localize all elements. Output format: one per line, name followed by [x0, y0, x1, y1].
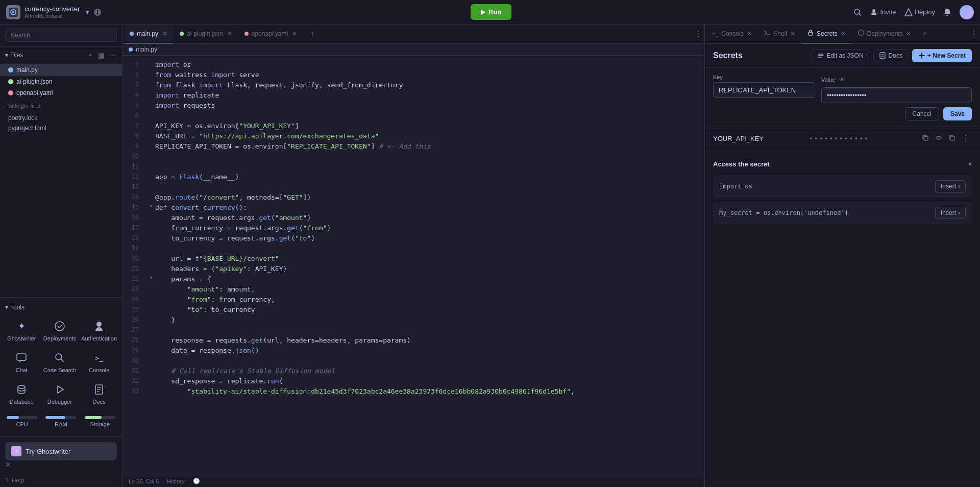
insert-import-btn[interactable]: Insert › — [935, 180, 966, 192]
tab-main-py[interactable]: main.py ✕ — [125, 25, 174, 44]
topbar: currency-converter AlfredoLhuissie ▾ Run… — [0, 0, 980, 25]
notifications-btn[interactable] — [943, 8, 951, 16]
avatar[interactable] — [960, 5, 974, 19]
tab-add-btn[interactable]: ＋ — [305, 28, 320, 40]
packager-file-poetry[interactable]: poetry.lock — [0, 113, 122, 123]
files-expand-btn[interactable]: ▾ Files — [5, 52, 23, 59]
right-tab-add-btn[interactable]: ＋ — [918, 28, 932, 40]
run-button[interactable]: Run — [471, 4, 511, 20]
tab-label: Console — [721, 30, 744, 37]
docs-icon — [92, 382, 106, 397]
files-header: ▾ Files ＋ ▤ ⋯ — [0, 46, 122, 64]
right-tab-more-btn[interactable]: ⋮ — [970, 29, 978, 39]
cancel-btn[interactable]: Cancel — [905, 107, 939, 120]
search-btn[interactable] — [853, 8, 862, 16]
app-icon — [6, 5, 20, 19]
sys-cpu[interactable]: CPU — [3, 413, 41, 430]
access-code-environ: my_secret = os.environ['undefined'] — [719, 209, 931, 216]
tool-docs[interactable]: Docs — [79, 378, 119, 409]
tab-openapi[interactable]: openapi.yaml ✕ — [239, 25, 303, 44]
new-folder-btn[interactable]: ▤ — [97, 50, 106, 61]
new-secret-btn[interactable]: + New Secret — [912, 49, 972, 62]
right-tab-console[interactable]: >_ Console ✕ — [707, 25, 757, 44]
packager-file-pyproject[interactable]: pyproject.toml — [0, 123, 122, 133]
file-name: main.py — [16, 66, 107, 74]
code-line-16: 16 amount = request.args.get("amount") — [122, 213, 704, 223]
console-tab-close[interactable]: ✕ — [746, 30, 752, 38]
new-secret-label: + New Secret — [927, 52, 966, 59]
tab-ai-plugin[interactable]: ai-plugin.json ✕ — [175, 25, 238, 44]
show-value-btn[interactable] — [933, 132, 944, 145]
tool-deployments[interactable]: Deployments — [41, 315, 79, 346]
sys-ram[interactable]: RAM — [42, 413, 80, 430]
ghostwriter-close-btn[interactable]: ✕ — [5, 460, 11, 469]
code-line-10: 10 — [122, 152, 704, 162]
line-content: "to": to_currency — [155, 305, 704, 314]
tools-section: ▾ Tools ✦ Ghostwriter Deployments — [0, 297, 122, 436]
code-line-6: 6 — [122, 111, 704, 121]
tab-close-btn[interactable]: ✕ — [161, 30, 168, 38]
help-icon: ? — [5, 477, 9, 484]
sys-storage[interactable]: Storage — [81, 413, 119, 430]
line-content — [155, 182, 704, 184]
line-content: from flask import Flask, request, jsonif… — [155, 80, 704, 90]
secrets-panel: Secrets Edit as JSON Docs + New Secret — [705, 44, 980, 487]
access-header[interactable]: Access the secret ▾ — [713, 157, 972, 171]
code-line-11: 11 — [122, 162, 704, 172]
tool-chat[interactable]: Chat — [3, 347, 40, 377]
tab-close-btn[interactable]: ✕ — [291, 30, 298, 38]
shell-tab-close[interactable]: ✕ — [790, 30, 796, 38]
invite-button[interactable]: Invite — [870, 8, 896, 16]
copy-key-btn[interactable] — [920, 132, 931, 145]
value-visibility-btn[interactable]: 👁 — [837, 74, 847, 85]
code-line-12: 12 app = Flask(__name__) — [122, 172, 704, 182]
access-item-import: import os Insert › — [713, 175, 972, 198]
files-more-btn[interactable]: ⋯ — [108, 50, 117, 61]
tool-debugger[interactable]: Debugger — [41, 378, 79, 409]
secret-value-input[interactable] — [821, 87, 972, 103]
ram-label: RAM — [55, 421, 67, 427]
file-item-ai-plugin[interactable]: ai-plugin.json — [0, 76, 122, 87]
tool-console[interactable]: >_ Console — [79, 347, 119, 377]
tool-database[interactable]: Database — [3, 378, 40, 409]
tool-label: Console — [89, 367, 109, 373]
save-btn[interactable]: Save — [943, 107, 972, 120]
deploy-button[interactable]: Deploy — [904, 8, 935, 16]
help-row[interactable]: ? Help — [0, 474, 122, 487]
secret-key-input[interactable] — [713, 82, 815, 98]
right-tab-shell[interactable]: Shell ✕ — [758, 25, 801, 44]
code-line-8: 8 BASE_URL = "https://api.apilayer.com/e… — [122, 131, 704, 141]
tab-close-btn[interactable]: ✕ — [226, 30, 233, 38]
copy-value-btn[interactable] — [946, 132, 958, 145]
secrets-tab-close[interactable]: ✕ — [840, 30, 846, 38]
deployments-tab-close[interactable]: ✕ — [905, 30, 912, 38]
chevron-down-icon: ▾ — [5, 304, 8, 311]
tools-header[interactable]: ▾ Tools — [0, 302, 122, 313]
tool-ghostwriter[interactable]: ✦ Ghostwriter — [3, 315, 40, 346]
topbar-left: currency-converter AlfredoLhuissie ▾ — [6, 5, 129, 19]
tool-code-search[interactable]: Code Search — [41, 347, 79, 377]
line-number: 28 — [122, 335, 147, 344]
line-content: url = f"{BASE_URL}/convert" — [155, 254, 704, 263]
code-editor[interactable]: 1 import os 2 from waitress import serve… — [122, 56, 704, 475]
line-number: 4 — [122, 90, 147, 99]
app-settings-btn[interactable] — [93, 8, 102, 16]
right-tab-secrets[interactable]: Secrets ✕ — [802, 25, 851, 44]
editor-tab-more-btn[interactable]: ⋮ — [694, 29, 702, 39]
file-item-openapi[interactable]: openapi.yaml — [0, 87, 122, 99]
secret-more-btn[interactable]: ⋮ — [960, 133, 972, 144]
insert-environ-btn[interactable]: Insert › — [935, 207, 966, 219]
try-ghostwriter-btn[interactable]: ✦ Try Ghostwriter — [5, 442, 117, 460]
app-dropdown-btn[interactable]: ▾ — [86, 8, 89, 16]
line-content: from_currency = request.args.get("from") — [155, 223, 704, 233]
code-line-7: 7 API_KEY = os.environ["YOUR_API_KEY"] — [122, 121, 704, 131]
file-item-main-py[interactable]: main.py ⋯ — [0, 64, 122, 76]
new-file-btn[interactable]: ＋ — [86, 50, 95, 61]
help-label: Help — [12, 477, 24, 484]
right-tab-deployments[interactable]: Deployments ✕ — [852, 25, 917, 44]
docs-btn[interactable]: Docs — [873, 49, 908, 62]
line-number: 5 — [122, 101, 147, 109]
search-input[interactable] — [5, 29, 117, 42]
edit-as-json-btn[interactable]: Edit as JSON — [812, 49, 869, 62]
tool-authentication[interactable]: Authentication — [79, 315, 119, 346]
